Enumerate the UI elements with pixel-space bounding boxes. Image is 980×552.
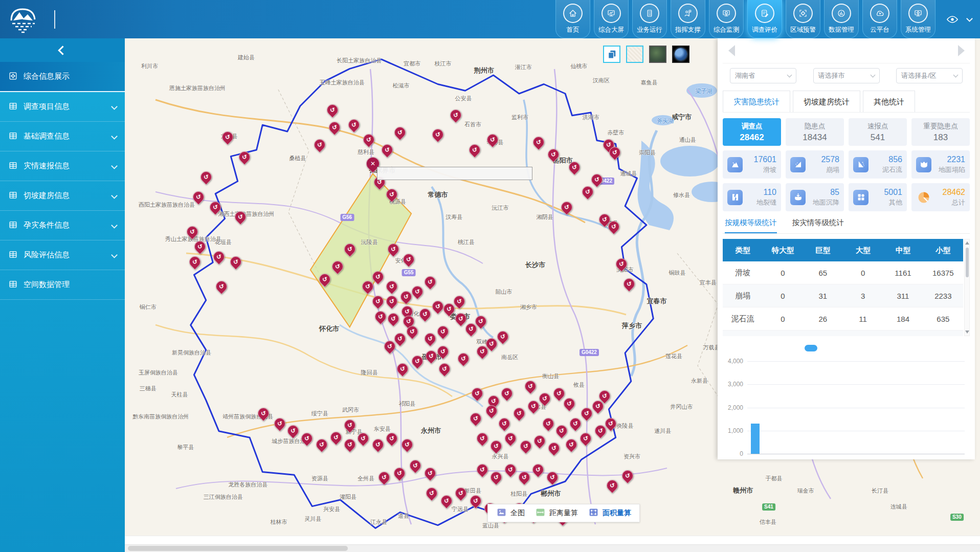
hazard-marker[interactable]: ↺ xyxy=(230,256,241,268)
hazard-marker[interactable]: ↺ xyxy=(403,254,414,265)
hazard-marker[interactable]: ↺ xyxy=(532,464,544,475)
bar-长沙市[interactable] xyxy=(751,424,760,454)
hazard-marker[interactable]: ↺ xyxy=(210,202,221,213)
hazard-marker[interactable]: ↺ xyxy=(426,350,437,362)
hazard-marker[interactable]: ↺ xyxy=(548,149,559,160)
hazard-marker[interactable]: ↺ xyxy=(362,281,373,292)
year-prev-button[interactable] xyxy=(728,45,735,56)
hazard-marker[interactable]: ↺ xyxy=(491,440,502,452)
hazard-marker[interactable]: ↺ xyxy=(599,390,610,402)
hazard-marker[interactable]: ↺ xyxy=(566,439,577,450)
hazard-marker[interactable]: ↺ xyxy=(505,464,516,475)
hazard-marker[interactable]: ↺ xyxy=(519,472,530,483)
type-card-其他[interactable]: 5001其他 xyxy=(849,183,907,211)
hazard-marker[interactable]: ↺ xyxy=(235,211,246,223)
hazard-marker[interactable]: ↺ xyxy=(425,276,436,288)
hazard-marker[interactable]: ↺ xyxy=(475,316,486,327)
hazard-marker[interactable]: ↺ xyxy=(432,129,443,140)
measure-面积量算[interactable]: 面积量算 xyxy=(588,507,631,519)
hazard-marker[interactable]: ↺ xyxy=(605,418,616,429)
hazard-marker[interactable]: ↺ xyxy=(561,202,572,213)
hazard-marker[interactable]: ↺ xyxy=(581,408,592,419)
hazard-marker[interactable]: ↺ xyxy=(384,341,395,352)
type-card-滑坡[interactable]: 17601滑坡 xyxy=(723,150,781,179)
hazard-marker[interactable]: ↺ xyxy=(388,244,399,255)
tab-3[interactable]: 其他统计 xyxy=(863,91,915,112)
hazard-marker[interactable]: ↺ xyxy=(499,418,510,429)
sidebar-item-4[interactable]: 灾情速报信息 xyxy=(0,151,125,181)
hazard-marker[interactable]: ↺ xyxy=(216,281,227,292)
hazard-marker[interactable]: ↺ xyxy=(316,439,327,450)
summary-card-1[interactable]: 调查点28462 xyxy=(723,118,781,146)
sidebar-item-5[interactable]: 切坡建房信息 xyxy=(0,181,125,211)
hazard-marker[interactable]: ↺ xyxy=(378,472,390,483)
hazard-marker[interactable]: ↺ xyxy=(410,460,421,471)
hazard-marker[interactable]: ↺ xyxy=(397,363,408,374)
hazard-marker[interactable]: ↺ xyxy=(595,425,606,436)
hazard-marker[interactable]: ↺ xyxy=(623,278,635,290)
hazard-marker[interactable]: ↺ xyxy=(486,405,497,416)
hazard-marker[interactable]: ↺ xyxy=(187,226,198,237)
hazard-marker[interactable]: ↺ xyxy=(609,147,620,158)
hazard-marker[interactable]: ↺ xyxy=(386,189,397,200)
nav-item-9[interactable]: 云平台 xyxy=(862,0,897,38)
sidebar-item-2[interactable]: 调查项目信息 xyxy=(0,92,125,122)
hazard-marker[interactable]: ↺ xyxy=(539,393,550,404)
hazard-marker[interactable]: ↺ xyxy=(193,191,204,203)
region-select-3[interactable]: 请选择县/区 xyxy=(896,68,963,83)
type-card-地面塌陷[interactable]: 2231地面塌陷 xyxy=(911,150,970,179)
tab-1[interactable]: 灾害隐患统计 xyxy=(723,91,790,112)
table-row[interactable]: 泥石流02611184635 xyxy=(723,307,963,330)
hazard-marker[interactable]: ↺ xyxy=(514,408,525,419)
hazard-marker[interactable]: ↺ xyxy=(394,127,406,138)
hazard-marker[interactable]: ↺ xyxy=(375,311,386,322)
summary-card-3[interactable]: 速报点541 xyxy=(849,118,907,146)
table-row[interactable]: 崩塌03133112233 xyxy=(723,284,963,307)
hazard-marker[interactable]: ↺ xyxy=(533,137,544,148)
summary-card-4[interactable]: 重要隐患点183 xyxy=(911,118,970,146)
hazard-marker[interactable]: ↺ xyxy=(582,186,593,197)
hazard-marker[interactable]: ↺ xyxy=(443,303,455,315)
hazard-marker[interactable]: ↺ xyxy=(455,313,466,324)
hazard-marker[interactable]: ↺ xyxy=(432,301,443,312)
hazard-marker[interactable]: ↺ xyxy=(386,281,397,292)
hazard-marker[interactable]: ↺ xyxy=(570,418,581,429)
hazard-marker[interactable]: ↺ xyxy=(344,419,355,431)
hazard-marker[interactable]: ↺ xyxy=(388,313,399,324)
type-card-地面沉降[interactable]: 85地面沉降 xyxy=(786,183,844,211)
hazard-marker[interactable]: ↺ xyxy=(470,495,481,506)
hazard-marker[interactable]: ↺ xyxy=(607,480,618,491)
hazard-marker[interactable]: ↺ xyxy=(372,296,384,307)
hazard-marker[interactable]: ↺ xyxy=(358,433,369,444)
hazard-marker[interactable]: ↺ xyxy=(477,464,488,475)
hazard-marker[interactable]: ↺ xyxy=(213,251,225,262)
hazard-marker[interactable]: ↺ xyxy=(592,401,604,412)
hazard-marker[interactable]: ↺ xyxy=(425,468,436,479)
data-view-icon[interactable] xyxy=(901,343,909,353)
hazard-marker[interactable]: ↺ xyxy=(258,408,269,419)
hazard-marker[interactable]: ↺ xyxy=(477,433,488,444)
hazard-marker[interactable]: ↺ xyxy=(491,472,502,483)
hazard-marker[interactable]: ↺ xyxy=(319,274,330,285)
hazard-marker[interactable]: ↺ xyxy=(525,381,536,392)
hazard-marker[interactable]: ↺ xyxy=(455,488,466,499)
sidebar-item-3[interactable]: 基础调查信息 xyxy=(0,122,125,151)
hazard-marker[interactable]: ↺ xyxy=(569,162,580,173)
horizontal-scrollbar[interactable] xyxy=(125,544,980,552)
nav-item-5[interactable]: 综合监测 xyxy=(709,0,744,38)
hazard-marker[interactable]: ↺ xyxy=(534,435,545,447)
hazard-marker[interactable]: ↺ xyxy=(394,468,405,479)
hazard-marker[interactable]: ↺ xyxy=(528,401,539,412)
hazard-marker[interactable]: ↺ xyxy=(486,338,497,349)
table-row[interactable]: 地面塌陷07504041752 xyxy=(723,330,963,337)
hazard-marker[interactable]: ↺ xyxy=(454,296,465,307)
nav-item-8[interactable]: 数据管理 xyxy=(824,0,859,38)
refresh-icon[interactable] xyxy=(946,343,954,353)
layer-button-layers-icon[interactable] xyxy=(603,46,620,63)
hazard-marker[interactable]: ↺ xyxy=(301,433,313,444)
hazard-marker[interactable]: ↺ xyxy=(382,144,393,156)
hazard-marker[interactable]: ↺ xyxy=(419,308,431,320)
nav-item-7[interactable]: 区域预警 xyxy=(786,0,820,38)
hazard-marker[interactable]: ↺ xyxy=(622,470,633,481)
type-card-泥石流[interactable]: 856泥石流 xyxy=(849,150,907,179)
